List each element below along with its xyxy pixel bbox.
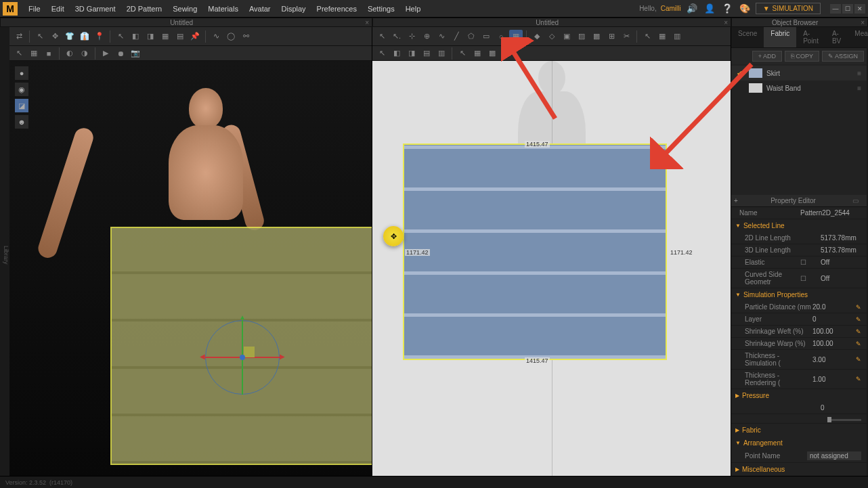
tab-fabric[interactable]: Fabric [764, 27, 796, 47]
tool-play-icon[interactable]: ▶ [99, 47, 112, 60]
tool-sync-icon[interactable]: ⇄ [12, 30, 26, 43]
section-fabric[interactable]: ▶Fabric [731, 424, 867, 437]
tab-abv[interactable]: A-BV [825, 27, 848, 47]
fabric-item-waistband[interactable]: Waist Band ≡ [731, 81, 867, 95]
avatar-view-torso-icon[interactable]: ◪ [15, 99, 28, 112]
prop-name-value[interactable]: Pattern2D_2544 [800, 209, 861, 217]
tool-arrow2-icon[interactable]: ↖ [114, 30, 127, 43]
val-weft[interactable]: 100.00 [812, 328, 853, 335]
val-thick-rend[interactable]: 1.00 [812, 376, 853, 383]
tool2d-dart1-icon[interactable]: ◆ [530, 30, 544, 43]
menu-sewing[interactable]: Sewing [167, 2, 202, 16]
menu-materials[interactable]: Materials [202, 2, 244, 16]
tool-cam-icon[interactable]: 📷 [129, 47, 142, 60]
close-button[interactable]: ✕ [854, 4, 865, 14]
fabric-item-skirt[interactable]: ✔ Skirt ≡ [731, 66, 867, 81]
tool2d-arr1-icon[interactable]: ↖ [641, 30, 654, 43]
avatar-view-face-icon[interactable]: ☻ [15, 115, 28, 129]
tool-tack-icon[interactable]: 📌 [188, 30, 202, 43]
tool2d-s8-icon[interactable]: ▩ [485, 47, 499, 60]
edit-icon[interactable]: ✎ [856, 304, 861, 311]
val-warp[interactable]: 100.00 [812, 340, 853, 347]
help-icon[interactable]: ❔ [720, 2, 734, 16]
tool-garment2-icon[interactable]: 👔 [78, 30, 91, 43]
prop-close-icon[interactable]: ▭ [850, 197, 861, 204]
avatar-view-head-icon[interactable]: ◉ [15, 83, 28, 96]
tab-measure[interactable]: Measure [848, 27, 868, 47]
menu-avatar[interactable]: Avatar [244, 2, 276, 16]
tool2d-point-icon[interactable]: ⊹ [405, 30, 418, 43]
close-2d-icon[interactable]: × [721, 18, 731, 28]
canvas-3d[interactable]: ● ◉ ◪ ☻ [9, 61, 372, 476]
tool2d-notch1-icon[interactable]: ▣ [560, 30, 573, 43]
tool2d-addpoint-icon[interactable]: ⊕ [420, 30, 433, 43]
val-pressure[interactable]: 0 [821, 404, 861, 412]
menu-3d-garment[interactable]: 3D Garment [70, 2, 121, 16]
menu-display[interactable]: Display [276, 2, 311, 16]
tool-show1-icon[interactable]: ◐ [63, 47, 77, 60]
val-point-name[interactable]: not assigned [807, 451, 861, 460]
tool2d-s2-icon[interactable]: ◧ [390, 47, 404, 60]
palette-icon[interactable]: 🎨 [738, 2, 752, 16]
simulation-button[interactable]: ▼SIMULATION [756, 3, 821, 14]
menu-settings[interactable]: Settings [362, 2, 400, 16]
tool-garment1-icon[interactable]: 👕 [63, 30, 77, 43]
tool2d-s3-icon[interactable]: ◨ [405, 47, 418, 60]
tool-rec-icon[interactable]: ⏺ [114, 47, 127, 60]
tool-select-icon[interactable]: ↖ [33, 30, 47, 43]
tool-box4-icon[interactable]: ▤ [173, 30, 187, 43]
fabric-menu-icon[interactable]: ≡ [857, 85, 861, 92]
tool2d-s4-icon[interactable]: ▤ [420, 47, 433, 60]
tab-apoint[interactable]: A-Point [796, 27, 825, 47]
tool2d-s7-icon[interactable]: ▦ [471, 47, 484, 60]
edit-icon[interactable]: ✎ [856, 356, 861, 363]
sound-icon[interactable]: 🔊 [685, 2, 699, 16]
user-icon[interactable]: 👤 [703, 2, 716, 16]
tool2d-s1-icon[interactable]: ↖ [375, 47, 389, 60]
section-sim-props[interactable]: ▼Simulation Properties [731, 288, 867, 301]
tool2d-line-icon[interactable]: ╱ [450, 30, 463, 43]
toggle-curved[interactable]: ☐ [800, 275, 821, 282]
transform-gizmo[interactable] [205, 320, 280, 395]
tool2d-select-icon[interactable]: ↖ [375, 30, 389, 43]
section-misc[interactable]: ▶Miscellaneous [731, 463, 867, 476]
fabric-menu-icon[interactable]: ≡ [857, 70, 861, 77]
close-3d-icon[interactable]: × [362, 18, 372, 28]
maximize-button[interactable]: ☐ [842, 4, 853, 14]
tool2d-notch2-icon[interactable]: ▨ [575, 30, 588, 43]
minimize-button[interactable]: — [830, 4, 841, 14]
copy-button[interactable]: ⎘ COPY [785, 51, 819, 62]
tool2d-arr3-icon[interactable]: ▥ [670, 30, 684, 43]
tool2d-arr2-icon[interactable]: ▦ [655, 30, 669, 43]
tool-box2-icon[interactable]: ◨ [144, 30, 157, 43]
tool-ring-icon[interactable]: ◯ [224, 30, 238, 43]
add-button[interactable]: + ADD [752, 51, 782, 62]
tool-box3-icon[interactable]: ▦ [158, 30, 172, 43]
menu-2d-pattern[interactable]: 2D Pattern [121, 2, 168, 16]
menu-file[interactable]: File [23, 2, 46, 16]
tool2d-poly-icon[interactable]: ⬠ [464, 30, 478, 43]
tool-link-icon[interactable]: ⚯ [239, 30, 253, 43]
pattern-rectangle[interactable] [403, 143, 667, 360]
tool2d-circle-icon[interactable]: ○ [494, 30, 508, 43]
tool2d-seam-icon[interactable]: ⊞ [605, 30, 618, 43]
val-layer[interactable]: 0 [812, 315, 853, 323]
val-thick-sim[interactable]: 3.00 [812, 356, 853, 363]
tool-curve-icon[interactable]: ∿ [209, 30, 223, 43]
tool2d-trace-icon[interactable]: ✂ [620, 30, 633, 43]
close-browser-icon[interactable]: × [858, 18, 867, 28]
tool-mesh-icon[interactable]: ▦ [27, 47, 41, 60]
tool2d-edit-icon[interactable]: ↖. [390, 30, 404, 43]
tool2d-s5-icon[interactable]: ▥ [435, 47, 448, 60]
tool2d-rect-icon[interactable]: ▭ [479, 30, 493, 43]
tool-show2-icon[interactable]: ◑ [78, 47, 91, 60]
tool-box1-icon[interactable]: ◧ [129, 30, 142, 43]
avatar-view-body-icon[interactable]: ● [15, 66, 28, 80]
tool2d-s6-icon[interactable]: ↖ [456, 47, 469, 60]
tool2d-notch3-icon[interactable]: ▩ [590, 30, 603, 43]
tool2d-dart2-icon[interactable]: ◇ [545, 30, 559, 43]
section-arrangement[interactable]: ▼Arrangement [731, 437, 867, 449]
assign-button[interactable]: ✎ ASSIGN [822, 51, 864, 62]
menu-edit[interactable]: Edit [46, 2, 70, 16]
canvas-2d[interactable]: 1415.47 1415.47 1171.42 1171.42 ✥ [372, 61, 731, 476]
